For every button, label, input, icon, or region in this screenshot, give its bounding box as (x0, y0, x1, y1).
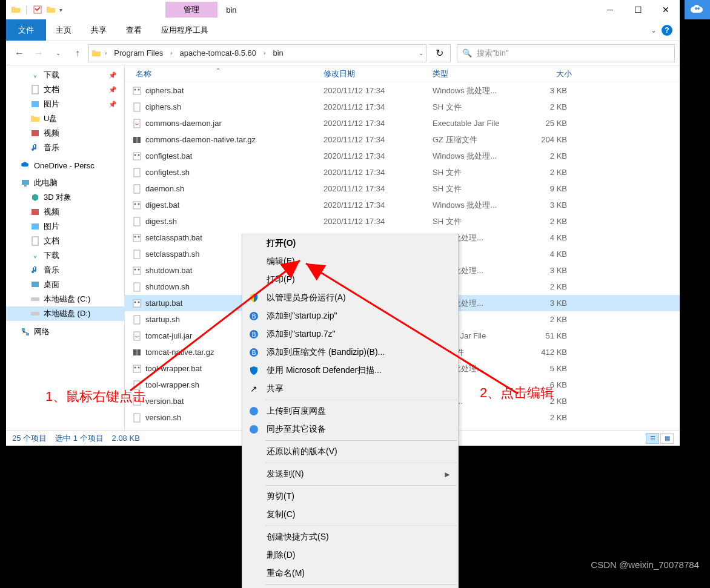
svg-rect-31 (134, 217, 140, 226)
sidebar-item-music[interactable]: 音乐 (6, 140, 124, 155)
svg-rect-51 (133, 398, 141, 405)
sidebar-item-3dobjects[interactable]: 3D 对象 (6, 190, 124, 205)
file-row[interactable]: digest.sh2020/11/12 17:34SH 文件2 KB (125, 213, 680, 230)
details-view-button[interactable]: ☰ (646, 433, 659, 444)
watermark: CSDN @weixin_70078784 (591, 560, 699, 570)
column-name[interactable]: 名称⌃ (125, 68, 323, 79)
file-size: 3 KB (523, 86, 572, 95)
menu-share[interactable]: ↗共享 (242, 380, 458, 398)
file-row[interactable]: configtest.sh2020/11/12 17:34SH 文件2 KB (125, 164, 680, 180)
svg-rect-50 (134, 381, 140, 389)
menu-print[interactable]: 打印(P) (242, 271, 458, 289)
chevron-right-icon[interactable]: › (104, 50, 108, 56)
file-row[interactable]: daemon.sh2020/11/12 17:34SH 文件9 KB (125, 180, 680, 197)
menu-baidu-sync[interactable]: 同步至其它设备 (242, 420, 458, 438)
file-row[interactable]: commons-daemon.jar2020/11/12 17:34Execut… (125, 115, 680, 131)
menu-baidu-upload[interactable]: 上传到百度网盘 (242, 402, 458, 420)
file-name: configtest.bat (145, 151, 192, 160)
address-dropdown-icon[interactable]: ⌄ (419, 50, 423, 56)
sidebar-item-videos[interactable]: 视频 (6, 126, 124, 140)
file-row[interactable]: digest.bat2020/11/12 17:34Windows 批处理...… (125, 197, 680, 213)
menu-delete[interactable]: 删除(D) (242, 546, 458, 564)
sidebar-item-music2[interactable]: 音乐 (6, 263, 124, 277)
menu-restore[interactable]: 还原以前的版本(V) (242, 443, 458, 461)
bandizip-icon: B (248, 311, 259, 322)
forward-button[interactable]: → (30, 45, 47, 62)
file-row[interactable]: ciphers.sh2020/11/12 17:34SH 文件2 KB (125, 99, 680, 115)
menu-sendto[interactable]: 发送到(N)▶ (242, 465, 458, 483)
sidebar-item-udisk[interactable]: U盘 (6, 111, 124, 126)
up-button[interactable]: ↑ (69, 45, 86, 62)
sidebar-item-network[interactable]: 网络 (6, 325, 124, 339)
svg-point-24 (134, 154, 136, 156)
sidebar-item-diskc[interactable]: 本地磁盘 (C:) (6, 292, 124, 306)
manage-contextual-tab[interactable]: 管理 (165, 2, 217, 18)
new-folder-icon[interactable] (46, 5, 56, 15)
sidebar-item-thispc[interactable]: 此电脑 (6, 176, 124, 190)
chevron-right-icon[interactable]: › (169, 50, 173, 56)
sidebar-item-pictures2[interactable]: 图片 (6, 219, 124, 234)
sidebar-item-pictures[interactable]: 图片📌 (6, 97, 124, 111)
minimize-button[interactable]: ─ (596, 0, 624, 19)
svg-point-42 (138, 301, 140, 303)
back-button[interactable]: ← (11, 45, 28, 62)
menu-runas[interactable]: 以管理员身份运行(A) (242, 289, 458, 307)
address-bar[interactable]: › Program Files › apache-tomcat-8.5.60 ›… (88, 44, 426, 62)
menu-separator (265, 400, 457, 400)
menu-copy[interactable]: 复制(C) (242, 506, 458, 524)
sidebar-item-downloads2[interactable]: 下载 (6, 248, 124, 263)
breadcrumb-segment[interactable]: bin (269, 47, 287, 59)
recent-dropdown[interactable]: ⌄ (50, 45, 67, 62)
file-row[interactable]: configtest.bat2020/11/12 17:34Windows 批处… (125, 148, 680, 164)
menu-addzip[interactable]: B添加到"startup.zip" (242, 307, 458, 325)
maximize-button[interactable]: ☐ (624, 0, 652, 19)
column-headers[interactable]: 名称⌃ 修改日期 类型 大小 (125, 65, 680, 82)
close-button[interactable]: ✕ (652, 0, 680, 19)
cloud-badge (685, 0, 710, 19)
sidebar-item-onedrive[interactable]: OneDrive - Persc (6, 159, 124, 172)
breadcrumb-segment[interactable]: apache-tomcat-8.5.60 (176, 47, 260, 59)
sidebar-item-documents[interactable]: 文档📌 (6, 82, 124, 97)
menu-rename[interactable]: 重命名(M) (242, 564, 458, 583)
sidebar-item-diskd[interactable]: 本地磁盘 (D:) (6, 306, 124, 321)
file-icon (132, 397, 142, 406)
properties-icon[interactable] (33, 5, 42, 15)
help-icon[interactable]: ? (662, 25, 672, 36)
sidebar-item-documents2[interactable]: 文档 (6, 234, 124, 248)
menu-bandizip[interactable]: B添加到压缩文件 (Bandizip)(B)... (242, 343, 458, 362)
file-name: configtest.sh (145, 168, 190, 177)
column-date[interactable]: 修改日期 (323, 68, 433, 79)
menu-cut[interactable]: 剪切(T) (242, 487, 458, 506)
sidebar-item-videos2[interactable]: 视频 (6, 205, 124, 219)
menu-add7z[interactable]: B添加到"startup.7z" (242, 325, 458, 343)
file-name: commons-daemon-native.tar.gz (145, 135, 256, 144)
sidebar-item-desktop[interactable]: 桌面 (6, 277, 124, 292)
breadcrumb-segment[interactable]: Program Files (110, 47, 167, 59)
svg-point-18 (138, 88, 140, 90)
tab-home[interactable]: 主页 (46, 19, 81, 41)
sidebar-item-downloads[interactable]: 下载📌 (6, 68, 124, 82)
ribbon-expand-icon[interactable]: ⌄ (651, 26, 657, 35)
column-type[interactable]: 类型 (433, 68, 523, 79)
menu-defender[interactable]: 使用 Microsoft Defender扫描... (242, 362, 458, 380)
menu-shortcut[interactable]: 创建快捷方式(S) (242, 528, 458, 546)
tab-share[interactable]: 共享 (81, 19, 116, 41)
menu-separator (265, 526, 457, 526)
search-input[interactable]: 🔍 搜索"bin" (457, 44, 675, 62)
file-row[interactable]: ciphers.bat2020/11/12 17:34Windows 批处理..… (125, 82, 680, 99)
svg-rect-27 (134, 185, 140, 193)
svg-rect-14 (22, 328, 25, 331)
file-row[interactable]: commons-daemon-native.tar.gz2020/11/12 1… (125, 131, 680, 148)
refresh-button[interactable]: ↻ (429, 44, 451, 62)
menu-edit[interactable]: 编辑(E) (242, 253, 458, 271)
qat-dropdown-icon[interactable]: ▾ (59, 7, 62, 13)
tab-file[interactable]: 文件 (6, 19, 46, 41)
tab-view[interactable]: 查看 (116, 19, 151, 41)
icons-view-button[interactable]: ▦ (660, 433, 674, 444)
menu-open[interactable]: 打开(O) (242, 234, 458, 253)
column-size[interactable]: 大小 (523, 68, 572, 79)
chevron-right-icon[interactable]: › (262, 50, 267, 56)
file-name: tool-wrapper.bat (145, 364, 202, 373)
tab-apptools[interactable]: 应用程序工具 (151, 19, 218, 41)
navigation-pane[interactable]: 下载📌 文档📌 图片📌 U盘 视频 音乐 OneDrive - Persc 此电… (6, 65, 125, 430)
